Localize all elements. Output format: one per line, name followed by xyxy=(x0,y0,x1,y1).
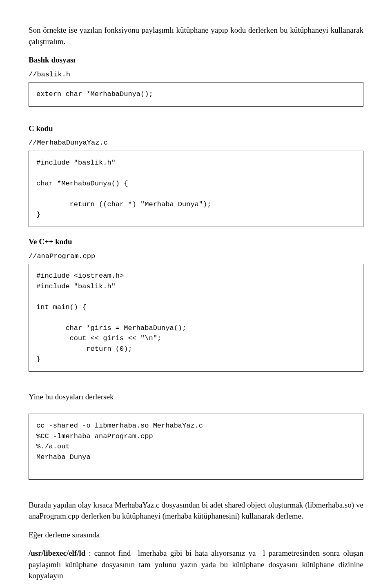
error-intro-paragraph: Eğer derleme sırasında xyxy=(29,529,363,541)
filename-baslik: //baslik.h xyxy=(29,70,363,80)
explanation-paragraph: Burada yapılan olay kısaca MerhabaYaz.c … xyxy=(29,499,363,522)
heading-cpp-kodu: Ve C++ kodu xyxy=(29,236,363,247)
error-paragraph: /usr/libexec/elf/ld : cannot find –lmerh… xyxy=(29,548,363,581)
filename-merhabadunyayaz: //MerhabaDunyaYaz.c xyxy=(29,138,363,148)
code-baslik: extern char *MerhabaDunya(); xyxy=(29,82,363,107)
ld-path: /usr/libexec/elf/ld xyxy=(29,549,85,557)
heading-baslik-dosyasi: Baslık dosyası xyxy=(29,54,363,66)
heading-compile: Yine bu dosyaları derlersek xyxy=(29,391,363,403)
intro-paragraph: Son örnekte ise yazılan fonksiyonu payla… xyxy=(29,24,363,47)
heading-c-kodu: C kodu xyxy=(29,123,363,134)
code-cpp-kodu: #include <iostream.h> #include "baslik.h… xyxy=(29,264,363,372)
code-compile: cc -shared -o libmerhaba.so MerhabaYaz.c… xyxy=(29,414,363,480)
filename-anaprogram: //anaProgram.cpp xyxy=(29,252,363,262)
code-c-kodu: #include "baslik.h" char *MerhabaDunya()… xyxy=(29,151,363,227)
